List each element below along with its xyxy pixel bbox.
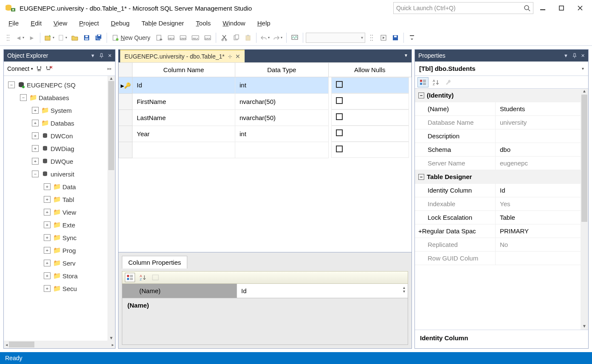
tree-university-node[interactable]: −universit: [6, 168, 78, 180]
dmx-button[interactable]: DMX: [178, 32, 189, 43]
copy-button[interactable]: [231, 32, 242, 43]
save-script-button[interactable]: [390, 32, 401, 43]
checkbox[interactable]: [336, 129, 343, 136]
checkbox[interactable]: [336, 113, 343, 120]
column-row[interactable]: FirstName nvarchar(50): [119, 93, 412, 109]
column-row[interactable]: Year int: [119, 126, 412, 142]
column-properties-tab[interactable]: Column Properties: [122, 256, 187, 269]
pin-icon[interactable]: [99, 53, 104, 59]
menu-table-designer[interactable]: Table Designer: [135, 18, 190, 28]
menu-help[interactable]: Help: [251, 18, 276, 28]
dax-button[interactable]: DAX: [202, 32, 213, 43]
nav-forward-button[interactable]: ►: [26, 32, 37, 43]
maximize-button[interactable]: [552, 2, 571, 14]
cut-button[interactable]: [219, 32, 230, 43]
connect-button[interactable]: Connect▾: [7, 65, 33, 72]
column-row-empty[interactable]: [119, 142, 412, 158]
checkbox[interactable]: [336, 146, 343, 152]
svg-line-3: [528, 9, 530, 11]
horizontal-scrollbar[interactable]: ◂▸: [4, 341, 115, 348]
menu-edit[interactable]: Edit: [25, 18, 48, 28]
properties-toolbar: AZ: [415, 76, 588, 89]
save-button[interactable]: [81, 32, 92, 43]
db-query-button[interactable]: [154, 32, 165, 43]
wrench-icon[interactable]: [443, 77, 454, 87]
dropdown-icon[interactable]: ▼: [90, 53, 95, 59]
vertical-scrollbar[interactable]: ▲▼: [107, 76, 115, 341]
column-row[interactable]: ▶🔑 Id int: [119, 77, 412, 94]
undo-button[interactable]: ▾: [259, 32, 271, 43]
column-row[interactable]: LastName nvarchar(50): [119, 109, 412, 126]
dropdown-icon[interactable]: ▼: [564, 53, 568, 59]
spinner-icon[interactable]: ▴▾: [403, 286, 405, 293]
pin-icon[interactable]: ⊹: [228, 54, 232, 59]
close-tab-icon[interactable]: ✕: [235, 53, 240, 60]
property-category[interactable]: −(Identity): [415, 89, 581, 102]
menu-tools[interactable]: Tools: [190, 18, 217, 28]
alphabetical-button[interactable]: AZ: [430, 77, 441, 87]
menu-view[interactable]: View: [48, 18, 73, 28]
database-icon: [41, 171, 49, 177]
tree-node[interactable]: +📁Serv: [6, 257, 78, 269]
tree-node[interactable]: +DWDiag: [6, 142, 78, 155]
new-query-button[interactable]: NNew Queryew Query: [110, 32, 153, 43]
property-category[interactable]: −Table Designer: [415, 170, 581, 184]
column-property-name-row[interactable]: (Name) Id ▴▾: [122, 284, 408, 298]
quick-launch-input[interactable]: Quick Launch (Ctrl+Q): [393, 2, 533, 14]
minimize-button[interactable]: [533, 2, 552, 14]
menu-window[interactable]: Window: [217, 18, 251, 28]
tree-node[interactable]: +📁Data: [6, 180, 78, 193]
nav-back-button[interactable]: ◄▾: [14, 32, 25, 43]
open-button[interactable]: [69, 32, 80, 43]
vertical-scrollbar[interactable]: ▲▼: [581, 89, 588, 330]
close-icon[interactable]: ✕: [581, 53, 585, 59]
activity-monitor-button[interactable]: [289, 32, 300, 43]
checkbox[interactable]: [336, 81, 343, 88]
columns-grid[interactable]: Column Name Data Type Allow Nulls ▶🔑 Id …: [118, 62, 412, 158]
pin-icon[interactable]: [572, 53, 577, 59]
disconnect-icon[interactable]: [45, 65, 53, 72]
close-button[interactable]: [571, 2, 589, 14]
document-tab-active[interactable]: EUGENEPC.university - dbo.Table_1* ⊹ ✕: [120, 50, 245, 62]
close-icon[interactable]: ✕: [108, 53, 112, 59]
tree-node[interactable]: +📁Prog: [6, 244, 78, 257]
tree-databases-node[interactable]: −📁Databases: [6, 91, 78, 104]
property-value[interactable]: Id: [241, 287, 247, 294]
connect-icon[interactable]: [36, 65, 42, 72]
property-pages-button[interactable]: [150, 273, 161, 282]
alphabetical-button[interactable]: AZ: [138, 273, 148, 282]
menu-debug[interactable]: Debug: [105, 18, 135, 28]
new-file-button[interactable]: ▾: [56, 32, 68, 43]
folder-icon: 📁: [53, 221, 61, 229]
menu-project[interactable]: Project: [73, 18, 105, 28]
properties-grid[interactable]: −(Identity) (Name)Students Database Name…: [415, 89, 588, 330]
new-project-button[interactable]: ▾: [43, 32, 56, 43]
tree-node[interactable]: +📁Databas: [6, 117, 78, 129]
menu-file[interactable]: File: [3, 18, 25, 28]
tree-node[interactable]: +📁Sync: [6, 231, 78, 244]
execute-button[interactable]: [378, 32, 389, 43]
database-combo[interactable]: ▾: [306, 33, 365, 43]
categorized-button[interactable]: [417, 77, 428, 87]
tree-node[interactable]: +DWQue: [6, 155, 78, 168]
overflow-icon[interactable]: ▸▸: [107, 66, 112, 71]
mdx-button[interactable]: MDX: [166, 32, 177, 43]
overflow-icon[interactable]: [406, 32, 417, 43]
tree-node[interactable]: +📁View: [6, 206, 78, 218]
checkbox[interactable]: [336, 97, 343, 104]
paste-button[interactable]: [242, 32, 254, 43]
tree-node[interactable]: +📁Exte: [6, 218, 78, 231]
redo-button[interactable]: ▾: [272, 32, 284, 43]
tree-server-node[interactable]: −EUGENEPC (SQ: [6, 78, 78, 91]
categorized-button[interactable]: [125, 273, 135, 282]
tree-node[interactable]: +📁Secu: [6, 282, 78, 295]
tree-node[interactable]: +📁System: [6, 104, 78, 117]
properties-object-selector[interactable]: [Tbl] dbo.Students▾: [415, 62, 588, 76]
save-all-button[interactable]: [93, 32, 104, 43]
xmla-button[interactable]: XMLA: [189, 32, 201, 43]
object-explorer-tree[interactable]: −EUGENEPC (SQ −📁Databases +📁System +📁Dat…: [4, 76, 115, 341]
tree-node[interactable]: +DWCon: [6, 129, 78, 142]
tree-node[interactable]: +📁Stora: [6, 269, 78, 282]
tree-node[interactable]: +📁Tabl: [6, 193, 78, 206]
tabs-dropdown-icon[interactable]: ▼: [404, 53, 408, 58]
